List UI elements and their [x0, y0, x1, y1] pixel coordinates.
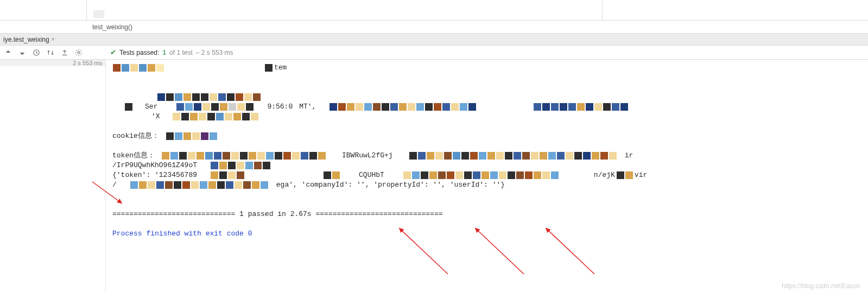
tree-timing: 2 s 553 ms: [73, 60, 102, 66]
console-text: n/ejK: [594, 170, 615, 180]
console-text: Ser: [145, 102, 157, 112]
test-status: ✔ Tests passed: 1 of 1 test – 2 s 553 ms: [106, 48, 233, 56]
content-row: 2 s 553 ms tem Ser 9:56:0 MT',: [0, 60, 868, 293]
console-line: cookie信息：: [112, 131, 863, 141]
cookie-label: cookie信息：: [112, 131, 159, 141]
console-line: /IrP9UQwhKhO961Z49oT: [112, 161, 863, 170]
console-line: ============================= 1 passed i…: [112, 209, 863, 219]
close-icon[interactable]: ×: [52, 36, 55, 42]
run-tab-label: iye.test_weixing: [3, 36, 49, 43]
toolbar-icons: [0, 48, 106, 58]
top-right-pane: [603, 0, 868, 20]
content-shade: [93, 10, 104, 18]
clock-icon[interactable]: [31, 48, 41, 58]
tests-count: 1: [162, 49, 166, 56]
test-tree-pane[interactable]: 2 s 553 ms: [0, 60, 106, 293]
console-line: {'token': '123456789 CQUHbT n/ejK vir: [112, 170, 863, 180]
export-icon[interactable]: [60, 48, 69, 58]
test-toolbar: ✔ Tests passed: 1 of 1 test – 2 s 553 ms: [0, 46, 868, 60]
console-line: tem: [112, 63, 863, 73]
arrow-up-icon[interactable]: [3, 48, 13, 58]
console-text: CQUHbT: [359, 170, 384, 180]
console-text: vir: [635, 170, 647, 180]
breadcrumb-text: test_weixing(): [92, 23, 132, 31]
passed-summary: ============================= 1 passed i…: [112, 209, 443, 219]
console-text: ir: [625, 151, 633, 161]
console-line: [112, 92, 863, 102]
tests-rest: of 1 test: [169, 49, 193, 56]
tests-duration: – 2 s 553 ms: [196, 49, 233, 56]
check-icon: ✔: [110, 48, 116, 56]
console-line: Ser 9:56:0 MT',: [112, 102, 863, 112]
console-output[interactable]: tem Ser 9:56:0 MT', 'X: [106, 60, 868, 293]
console-text: IBWRuwL2fG+j: [342, 151, 393, 161]
top-left-gutter: [0, 0, 87, 20]
console-text: MT',: [299, 102, 316, 112]
arrow-down-icon[interactable]: [17, 48, 27, 58]
top-mid-pane: [87, 0, 603, 20]
gear-icon[interactable]: [74, 48, 84, 58]
token-label: token信息：: [112, 151, 155, 161]
svg-point-1: [78, 52, 80, 54]
dict-tail: ega', 'companyId': '', 'propertyId': '',…: [276, 180, 505, 190]
run-tab-bar: iye.test_weixing ×: [0, 34, 868, 46]
console-text: tem: [274, 63, 287, 73]
console-line: / ega', 'companyId': '', 'propertyId': '…: [112, 180, 863, 190]
sort-icon[interactable]: [46, 48, 55, 58]
console-text: 'X: [151, 112, 160, 122]
breadcrumb: test_weixing(): [0, 21, 868, 34]
run-tab[interactable]: iye.test_weixing ×: [0, 36, 59, 43]
top-editor-strip: [0, 0, 868, 21]
console-line: 'X: [112, 112, 863, 122]
tests-passed-label: Tests passed:: [119, 49, 159, 56]
console-text: 9:56:0: [267, 102, 293, 112]
console-line: token信息： IBWRuwL2fG+j ir: [112, 151, 863, 161]
exit-line: Process finished with exit code 0: [112, 229, 252, 239]
watermark: https://blog.csdn.net/Eason: [782, 282, 860, 290]
dict-prefix: {'token': '123456789: [112, 170, 197, 180]
console-text: /IrP9UQwhKhO961Z49oT: [112, 161, 197, 170]
console-line: Process finished with exit code 0: [112, 229, 863, 239]
